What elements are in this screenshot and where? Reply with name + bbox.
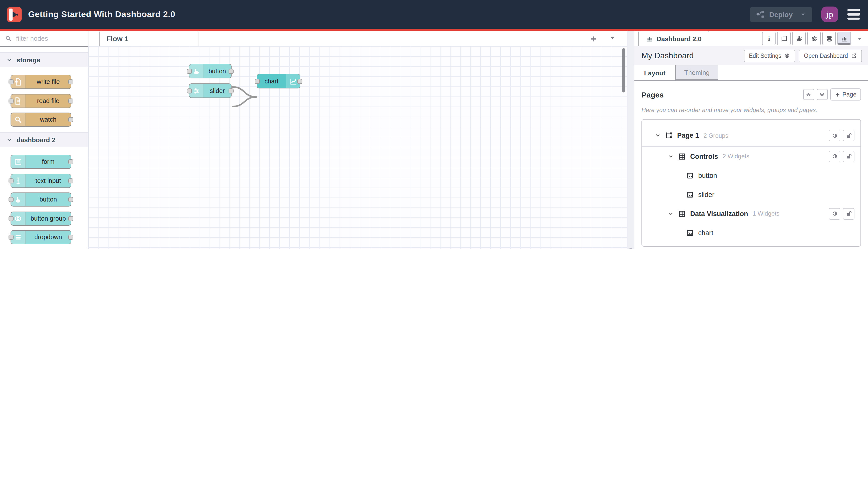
chevron-down-icon[interactable] xyxy=(655,133,660,138)
node-output-port[interactable] xyxy=(68,197,74,202)
filter-nodes-input[interactable] xyxy=(15,34,77,43)
lock-toggle-button[interactable] xyxy=(843,130,854,141)
unlock-icon xyxy=(846,153,852,159)
workspace-grid[interactable] xyxy=(89,46,627,249)
widget-image-icon xyxy=(686,172,694,179)
palette-node-watch[interactable]: watch xyxy=(11,113,71,127)
deploy-caret-icon[interactable] xyxy=(800,11,806,17)
flow-node-button[interactable]: button xyxy=(189,64,231,78)
visibility-toggle-button[interactable] xyxy=(829,150,840,162)
node-input-port[interactable] xyxy=(187,69,192,74)
tree-row-count: 1 Widgets xyxy=(753,210,779,217)
node-input-port[interactable] xyxy=(255,79,260,84)
chevron-down-icon[interactable] xyxy=(668,154,673,159)
group-grid-icon xyxy=(678,210,686,217)
magnifier-icon xyxy=(11,113,26,126)
edit-settings-button[interactable]: Edit Settings xyxy=(744,50,796,62)
palette-category-storage[interactable]: storage xyxy=(0,52,88,67)
sidebar-tab-dashboard-icon[interactable] xyxy=(837,32,851,45)
deploy-button[interactable]: Deploy xyxy=(750,7,812,22)
palette-node-button[interactable]: button xyxy=(11,193,71,207)
layout-panel: Pages Page Here you can re-order and mov… xyxy=(635,80,868,249)
palette-search[interactable] xyxy=(0,31,88,47)
node-input-port[interactable] xyxy=(9,235,14,240)
node-input-port[interactable] xyxy=(9,98,14,103)
sidebar-tab-help[interactable] xyxy=(777,32,791,45)
dashboard-title: My Dashboard xyxy=(641,51,694,60)
sidebar-tab-debug[interactable] xyxy=(792,32,806,45)
node-input-port[interactable] xyxy=(9,79,14,84)
palette-node-text-input[interactable]: text input xyxy=(11,174,71,188)
tree-row-Controls[interactable]: Controls 2 Widgets xyxy=(642,147,860,166)
plus-icon xyxy=(835,92,840,97)
open-dashboard-button[interactable]: Open Dashboard xyxy=(799,50,862,62)
sidebar-tab-context[interactable] xyxy=(822,32,836,45)
collapse-all-button[interactable] xyxy=(803,89,814,100)
tree-row-Page-1[interactable]: Page 1 2 Groups xyxy=(642,124,860,147)
tree-row-slider[interactable]: slider xyxy=(642,185,860,204)
tree-row-count: 2 Widgets xyxy=(723,153,749,160)
unlock-icon xyxy=(846,211,852,217)
node-output-port[interactable] xyxy=(297,79,303,84)
palette-node-write-file[interactable]: write file xyxy=(11,75,71,89)
canvas-vertical-scrollbar[interactable] xyxy=(622,48,625,92)
group-grid-icon xyxy=(678,153,686,160)
sidebar-tabs-caret-icon[interactable] xyxy=(856,36,863,42)
sidebar-resize-divider[interactable] xyxy=(627,31,635,249)
divider-drag-handle[interactable] xyxy=(629,248,632,249)
flow-tab[interactable]: Flow 1 xyxy=(99,31,198,46)
user-avatar[interactable]: jp xyxy=(821,6,838,22)
layout-theming-tabs: Layout Theming xyxy=(635,65,868,81)
node-input-port[interactable] xyxy=(187,88,192,93)
sidebar-tabbar: Dashboard 2.0 xyxy=(635,31,868,47)
flow-list-caret-icon[interactable] xyxy=(609,35,616,41)
sidebar-tab-config[interactable] xyxy=(807,32,821,45)
form-icon xyxy=(11,155,26,168)
tree-row-button[interactable]: button xyxy=(642,166,860,185)
palette-node-button-group[interactable]: button group xyxy=(11,211,71,225)
add-page-button[interactable]: Page xyxy=(830,89,861,101)
flow-node-chart[interactable]: chart xyxy=(257,74,301,89)
node-output-port[interactable] xyxy=(68,98,74,103)
node-output-port[interactable] xyxy=(68,235,74,240)
bar-chart-icon xyxy=(646,35,653,42)
tree-row-chart[interactable]: chart xyxy=(642,223,860,242)
node-output-port[interactable] xyxy=(229,88,233,93)
header: Getting Started With Dashboard 2.0 Deplo… xyxy=(0,0,868,29)
gear-icon xyxy=(784,53,790,59)
chevron-down-icon xyxy=(6,137,12,143)
lock-toggle-button[interactable] xyxy=(843,208,854,219)
add-flow-button[interactable] xyxy=(588,33,599,44)
sidebar-tab-dashboard[interactable]: Dashboard 2.0 xyxy=(639,31,709,46)
flow-node-slider[interactable]: slider xyxy=(189,83,231,98)
tab-layout[interactable]: Layout xyxy=(635,65,676,80)
node-output-port[interactable] xyxy=(68,159,74,164)
node-output-port[interactable] xyxy=(68,117,74,122)
eye-icon xyxy=(831,153,838,159)
hamburger-menu-icon[interactable] xyxy=(847,9,860,20)
palette-node-form[interactable]: form xyxy=(11,155,71,169)
node-red-editor: Getting Started With Dashboard 2.0 Deplo… xyxy=(0,0,868,249)
node-output-port[interactable] xyxy=(68,79,74,84)
chevron-down-icon[interactable] xyxy=(668,211,673,217)
visibility-toggle-button[interactable] xyxy=(829,208,840,219)
expand-all-button[interactable] xyxy=(817,89,828,100)
node-palette: storage write file read file watch dashb… xyxy=(0,31,89,249)
tree-row-Data-Visualization[interactable]: Data Visualization 1 Widgets xyxy=(642,204,860,223)
palette-node-read-file[interactable]: read file xyxy=(11,94,71,108)
palette-category-dashboard-2[interactable]: dashboard 2 xyxy=(0,132,88,147)
widget-image-icon xyxy=(686,191,694,198)
lock-toggle-button[interactable] xyxy=(843,150,854,162)
accent-bar xyxy=(0,29,868,31)
node-output-port[interactable] xyxy=(68,178,74,183)
palette-node-dropdown[interactable]: dropdown xyxy=(11,230,71,244)
tab-theming[interactable]: Theming xyxy=(676,65,718,80)
node-output-port[interactable] xyxy=(229,69,233,74)
node-input-port[interactable] xyxy=(9,216,14,221)
node-input-port[interactable] xyxy=(9,197,14,202)
visibility-toggle-button[interactable] xyxy=(829,130,840,141)
pages-tree: Page 1 2 Groups Controls 2 Widgets butto… xyxy=(641,119,861,247)
node-output-port[interactable] xyxy=(68,216,74,221)
sidebar-tab-info[interactable] xyxy=(762,32,776,45)
node-input-port[interactable] xyxy=(9,178,14,183)
